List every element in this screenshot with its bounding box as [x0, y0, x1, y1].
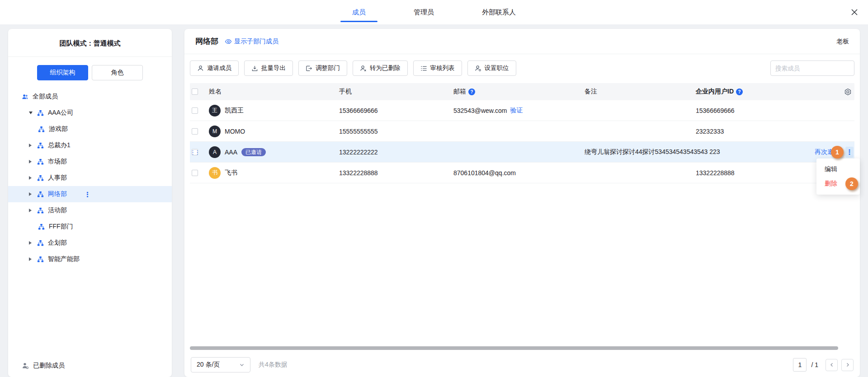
batch-export-button[interactable]: 批量导出 [244, 61, 293, 76]
delete-menu-item[interactable]: 删除 2 [816, 177, 860, 191]
sidebar-item-market-dept[interactable]: 市场部 [8, 154, 172, 170]
deleted-members-entry[interactable]: 已删除成员 [22, 362, 65, 370]
table-row[interactable]: ⋮⋮ A AAA 已邀请 13222222222 绕弯儿翁探讨探讨44探讨534… [190, 142, 854, 163]
table-row[interactable]: M MOMO 15555555555 23232333 [190, 121, 854, 142]
annotation-marker-1: 1 [831, 146, 844, 158]
tab-external-contacts-label: 外部联系人 [482, 8, 516, 17]
org-icon [38, 126, 45, 133]
select-all-checkbox[interactable] [192, 88, 198, 95]
page-number-input[interactable]: 1 [793, 358, 807, 372]
horizontal-scrollbar[interactable] [190, 346, 838, 350]
sidebar-item-fff-dept[interactable]: FFF部门 [8, 219, 172, 235]
member-email: 8706101804@qq.com [453, 169, 516, 177]
page-total-label: / 1 [811, 361, 818, 368]
prev-page-button[interactable] [826, 359, 838, 371]
invite-member-button[interactable]: 邀请成员 [190, 61, 239, 76]
review-list-button[interactable]: 审核列表 [413, 61, 462, 76]
sidebar-item-all-members[interactable]: 全部成员 [8, 88, 172, 105]
sidebar-item-ceo-office[interactable]: 总裁办1 [8, 137, 172, 154]
show-sub-dept-toggle[interactable]: 显示子部门成员 [225, 37, 278, 46]
next-page-button[interactable] [841, 359, 854, 371]
page-controls: 1 / 1 [793, 358, 854, 372]
tab-admins-label: 管理员 [414, 8, 434, 17]
table-row[interactable]: 王 凯西王 15366669666 532543@wew.com 验证 1536… [190, 100, 854, 121]
chevron-collapsed-icon[interactable] [29, 176, 34, 180]
chevron-collapsed-icon[interactable] [29, 257, 34, 261]
members-table: 姓名 手机 邮箱 ? 备注 企业内用户ID ? 王 凯西 [190, 83, 854, 183]
verify-email-link[interactable]: 验证 [510, 107, 523, 115]
sidebar-item-game-dept[interactable]: 游戏部 [8, 121, 172, 137]
org-icon [37, 158, 44, 165]
boss-label: 老板 [836, 37, 849, 46]
org-icon [37, 207, 44, 214]
org-icon [37, 110, 44, 116]
sidebar-item-aaa-company[interactable]: AAA公司 [8, 105, 172, 121]
help-icon[interactable]: ? [468, 88, 475, 95]
tab-admins[interactable]: 管理员 [402, 0, 446, 24]
set-position-button[interactable]: 设置职位 [467, 61, 516, 76]
tree-label: AAA公司 [48, 109, 73, 117]
org-structure-label: 组织架构 [50, 69, 75, 77]
sidebar-item-network-dept[interactable]: 网络部 ⋮ [8, 186, 172, 202]
more-icon[interactable]: ⋮ [84, 191, 91, 198]
chevron-collapsed-icon[interactable] [29, 209, 34, 212]
row-checkbox[interactable] [192, 107, 198, 114]
column-settings-icon[interactable] [844, 88, 852, 96]
chevron-right-icon [845, 362, 850, 368]
member-user-id: 15366669666 [696, 107, 735, 114]
members-panel: 网络部 显示子部门成员 老板 邀请成员 批量导出 [184, 29, 860, 377]
invite-member-label: 邀请成员 [207, 64, 231, 72]
member-remark: 绕弯儿翁探讨探讨44探讨534534543543543 223 [585, 148, 720, 156]
top-bar: 成员 管理员 外部联系人 [0, 0, 868, 24]
member-user-id: 23232333 [696, 128, 724, 135]
deleted-member-icon [22, 362, 29, 369]
avatar: A [209, 146, 221, 158]
adjust-department-button[interactable]: 调整部门 [298, 61, 347, 76]
help-icon[interactable]: ? [736, 88, 743, 95]
row-checkbox[interactable] [192, 128, 198, 135]
chevron-collapsed-icon[interactable] [29, 192, 34, 196]
org-icon [37, 175, 44, 182]
chevron-collapsed-icon[interactable] [29, 241, 34, 245]
delete-label: 删除 [825, 180, 837, 188]
row-context-menu: 编辑 删除 2 [816, 158, 860, 195]
org-structure-button[interactable]: 组织架构 [37, 65, 88, 80]
tree-label: 人事部 [48, 174, 67, 182]
roles-button[interactable]: 角色 [92, 65, 143, 80]
pagination-bar: 20 条/页 共4条数据 1 / 1 [184, 353, 860, 377]
sidebar-item-smart-capacity-dept[interactable]: 智能产能部 [8, 251, 172, 267]
tree-label: FFF部门 [49, 223, 73, 231]
row-more-icon[interactable]: ⋮ [845, 147, 854, 158]
page-size-select[interactable]: 20 条/页 [191, 357, 250, 372]
sidebar-item-hr-dept[interactable]: 人事部 [8, 170, 172, 186]
chevron-collapsed-icon[interactable] [29, 160, 34, 163]
avatar: 书 [209, 167, 221, 179]
tab-external-contacts[interactable]: 外部联系人 [470, 0, 528, 24]
tree-label: 游戏部 [49, 125, 68, 133]
search-input[interactable] [775, 65, 855, 72]
column-remark: 备注 [585, 88, 597, 96]
close-icon[interactable] [851, 9, 858, 16]
set-position-label: 设置职位 [485, 64, 509, 72]
invited-status-badge: 已邀请 [241, 148, 266, 156]
edit-menu-item[interactable]: 编辑 [816, 162, 860, 177]
chevron-collapsed-icon[interactable] [29, 144, 34, 147]
person-settings-icon [475, 65, 481, 72]
eye-icon [225, 38, 232, 45]
org-icon [38, 223, 45, 230]
sidebar-item-activity-dept[interactable]: 活动部 [8, 202, 172, 219]
move-to-deleted-button[interactable]: 转为已删除 [353, 61, 408, 76]
batch-export-label: 批量导出 [261, 64, 286, 72]
row-checkbox[interactable] [192, 170, 198, 176]
tab-members[interactable]: 成员 [340, 0, 377, 24]
sidebar-item-planning-dept[interactable]: 企划部 [8, 235, 172, 251]
panel-header: 网络部 显示子部门成员 老板 [184, 29, 860, 54]
member-search [770, 61, 854, 76]
table-row[interactable]: 书 飞书 13322228888 8706101804@qq.com 13322… [190, 163, 854, 183]
avatar: M [209, 126, 221, 137]
chevron-expanded-icon[interactable] [29, 112, 34, 114]
drag-handle-icon[interactable]: ⋮⋮ [190, 149, 199, 155]
chevron-left-icon [829, 362, 835, 368]
member-email: 532543@wew.com [453, 107, 507, 114]
tree-label: 全部成员 [33, 93, 58, 101]
